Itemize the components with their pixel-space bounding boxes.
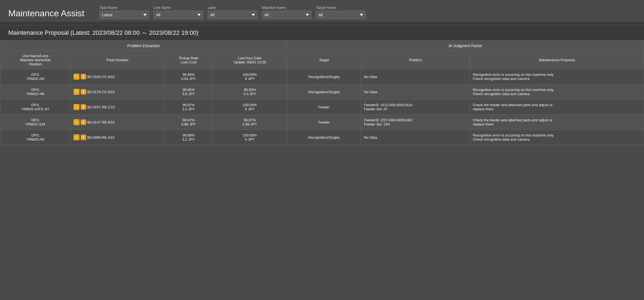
cell-target: Recognition(Single): [287, 84, 361, 100]
badge-count: 5: [81, 119, 86, 125]
machine-name-filter: Machine Name All: [262, 6, 312, 19]
col-position: Position: [361, 51, 470, 69]
cell-maintenance: Recognition error is occurring on this m…: [470, 84, 644, 100]
target-name-filter: Target Name All: [316, 6, 366, 19]
line-name-select[interactable]: All: [154, 11, 203, 19]
cell-maintenance: Check the feeder and attached parts and …: [470, 115, 644, 130]
task-name-filter: Task Name Latest: [99, 6, 149, 19]
cycle-icon: [73, 104, 80, 110]
lane-filter: Lane All: [208, 6, 257, 19]
cell-pickup-rate: 99.95%0.6 JPY: [165, 84, 213, 100]
parts-number-text: $S-0179-CC-B10: [87, 90, 115, 94]
machine-name-label: Machine Name: [262, 6, 312, 10]
cell-pickup-rate: 99.97%0.88 JPY: [165, 115, 213, 130]
cell-pickup-rate: 99.98%5.2 JPY: [165, 130, 213, 145]
lane-label: Lane: [208, 6, 257, 10]
section-title: Maintenance Proposal (Latest: 2023/08/22…: [0, 25, 644, 41]
task-name-label: Task Name: [99, 6, 149, 10]
line-name-label: Line Name: [154, 6, 203, 10]
cell-maintenance: Check the feeder and attached parts and …: [470, 100, 644, 115]
cell-line-lane: DP/1YRM20 /46: [0, 84, 71, 100]
cell-parts-number: 5 $S-0180-CC-B10: [70, 69, 165, 84]
table-row: DP/1YRM20 /49 5 $S-0180-CC-B10 99.95%0.6…: [0, 69, 644, 84]
cell-parts-number: 5 $S-0090-RE-A10: [70, 130, 165, 145]
cell-pickup-rate: 99.97%3.2 JPY: [165, 100, 213, 115]
cell-line-lane: DP/1YRM20 /49: [0, 69, 71, 84]
col-parts-number: Parts Number: [70, 51, 165, 69]
cell-line-lane: DP/1YRM20 eATS /47: [0, 100, 71, 115]
badge-count: 5: [81, 89, 86, 95]
cell-position: No Data: [361, 130, 470, 145]
col-line-lane: Line Name/LaneMachine Name/SetPosition: [0, 51, 71, 69]
table-row: DP/1YRM20 eATS /47 5 $S-0167-RE-C10 99.9…: [0, 100, 644, 115]
cell-last-hour: 100.00%0 JPY: [213, 69, 287, 84]
cell-pickup-rate: 99.95%0.64 JPY: [165, 69, 213, 84]
table-row: DP/1YRM20 /46 5 $S-0179-CC-B10 99.95%0.6…: [0, 84, 644, 100]
cycle-icon: [73, 74, 80, 80]
cell-last-hour: 99.87%0.88 JPY: [213, 115, 287, 130]
cell-position: FeederID :ZSY-008-0000146CFeeder Set :15…: [361, 115, 470, 130]
cell-parts-number: 5 $S-0179-CC-B10: [70, 84, 165, 100]
table-row: DP/1YRM20 /40 5 $S-0090-RE-A10 99.98%5.2…: [0, 130, 644, 145]
cell-target: Feeder: [287, 100, 361, 115]
cell-parts-number: 5 $S-0147-RE-B10: [70, 115, 165, 130]
machine-name-select[interactable]: All: [262, 11, 312, 19]
cell-target: Recognition(Single): [287, 130, 361, 145]
cell-last-hour: 100.00%0 JPY: [213, 100, 287, 115]
lane-select[interactable]: All: [208, 11, 257, 19]
badge-count: 5: [81, 74, 86, 79]
col-pickup-rate: Pickup RateLoss Cost: [165, 51, 213, 69]
badge-count: 5: [81, 135, 86, 140]
ai-judgment-header: AI Judgment Factor: [287, 41, 644, 51]
parts-number-text: $S-0147-RE-B10: [87, 120, 115, 124]
table-body: DP/1YRM20 /49 5 $S-0180-CC-B10 99.95%0.6…: [0, 69, 644, 145]
cell-maintenance: Recognition error is occurring on this m…: [470, 130, 644, 145]
line-name-filter: Line Name All: [154, 6, 203, 19]
cell-line-lane: DP/1YRM20 /40: [0, 130, 71, 145]
header-divider: [0, 22, 644, 25]
task-name-select[interactable]: Latest: [99, 11, 149, 19]
cell-position: No Data: [361, 84, 470, 100]
problem-extraction-header: Problem Extraction: [0, 41, 287, 51]
parts-number-text: $S-0180-CC-B10: [87, 75, 115, 79]
filter-bar: Task Name Latest Line Name All Lane All …: [99, 6, 636, 19]
cell-position: No Data: [361, 69, 470, 84]
cycle-icon: [73, 89, 80, 95]
header: Maintenance Assist Task Name Latest Line…: [0, 0, 644, 22]
main-table-container: Problem Extraction AI Judgment Factor Li…: [0, 41, 644, 145]
parts-number-text: $S-0090-RE-A10: [87, 135, 115, 140]
cell-target: Recognition(Single): [287, 69, 361, 84]
cell-maintenance: Recognition error is occurring on this m…: [470, 69, 644, 84]
cell-last-hour: 100.00%0 JPY: [213, 130, 287, 145]
parts-number-text: $S-0167-RE-C10: [87, 105, 115, 109]
cycle-icon: [73, 119, 80, 125]
cell-last-hour: 99.90%0.3 JPY: [213, 84, 287, 100]
cycle-icon: [73, 134, 80, 140]
cell-line-lane: DP/1YRM20 /154: [0, 115, 71, 130]
group-header-row: Problem Extraction AI Judgment Factor: [0, 41, 644, 51]
col-header-row: Line Name/LaneMachine Name/SetPosition P…: [0, 51, 644, 69]
target-name-label: Target Name: [316, 6, 366, 10]
cell-parts-number: 5 $S-0167-RE-C10: [70, 100, 165, 115]
maintenance-table: Problem Extraction AI Judgment Factor Li…: [0, 41, 644, 145]
col-target: Target: [287, 51, 361, 69]
table-row: DP/1YRM20 /154 5 $S-0147-RE-B10 99.97%0.…: [0, 115, 644, 130]
cell-position: FeederID :ALD-008-0000141AFeeder Set :47: [361, 100, 470, 115]
target-name-select[interactable]: All: [316, 11, 366, 19]
cell-target: Feeder: [287, 115, 361, 130]
col-maintenance: Maintenance Proposal: [470, 51, 644, 69]
badge-count: 5: [81, 104, 86, 110]
app-title: Maintenance Assist: [8, 6, 91, 18]
col-last-hour: Last hour DataUpdate: 09/01 13:59: [213, 51, 287, 69]
